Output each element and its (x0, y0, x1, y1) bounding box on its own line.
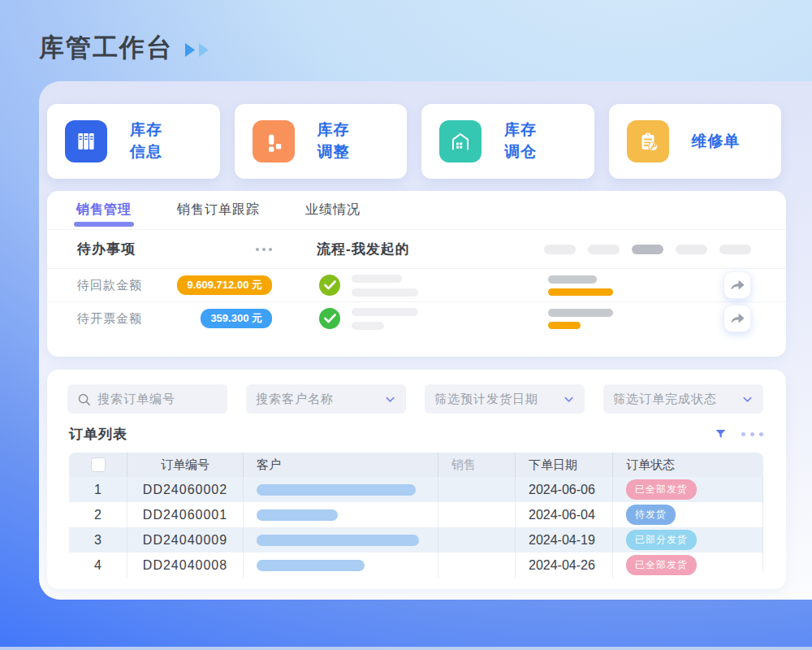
customer-skeleton-bar (257, 509, 338, 521)
sales-cell (438, 477, 516, 502)
warehouse-icon (439, 120, 482, 162)
order-no: DD24060001 (127, 502, 244, 527)
status-badge: 已全部发货 (626, 479, 697, 500)
row-index: 1 (69, 477, 127, 502)
skeleton-progress (548, 309, 629, 329)
chevron-down-icon (563, 393, 575, 405)
page-header: 库管工作台 (39, 31, 209, 65)
status-badge: 已全部发货 (626, 555, 697, 575)
more-icon[interactable] (741, 432, 763, 436)
col-order-date: 下单日期 (516, 453, 613, 477)
card-inventory-info[interactable]: 库存 信息 (47, 104, 220, 179)
skeleton-pill-bar (544, 245, 751, 254)
blocks-icon (253, 120, 295, 162)
customer-skeleton-bar (257, 535, 419, 546)
order-no: DD24040008 (127, 552, 244, 578)
table-header-row: 订单编号 客户 销售 下单日期 订单状态 (69, 453, 763, 477)
todo-header-row: 待办事项 流程-我发起的 (47, 230, 786, 268)
tab-performance[interactable]: 业绩情况 (305, 191, 361, 229)
funnel-icon[interactable] (715, 428, 727, 440)
process-title: 流程-我发起的 (317, 240, 410, 258)
table-row[interactable]: 2 DD24060001 2024-06-04 待发货 (69, 502, 763, 527)
skeleton-text (352, 308, 433, 330)
skeleton-progress (548, 275, 629, 296)
active-tab-underline (74, 222, 134, 227)
card-inventory-transfer[interactable]: 库存 调仓 (421, 104, 594, 179)
card-label: 库存 信息 (130, 119, 162, 162)
card-label: 维修单 (692, 131, 741, 153)
order-date: 2024-06-04 (516, 502, 613, 527)
select-all-checkbox[interactable] (91, 457, 106, 472)
tab-sales-order-tracking[interactable]: 销售订单跟踪 (177, 191, 260, 229)
check-circle-icon (319, 308, 340, 329)
todo-label: 待回款金额 (77, 278, 183, 293)
check-circle-icon (319, 275, 340, 296)
tab-sales-management[interactable]: 销售管理 (76, 191, 132, 229)
amount-badge: 359.300 元 (201, 309, 272, 328)
customer-skeleton-bar (257, 560, 365, 571)
share-button[interactable] (723, 271, 751, 299)
customer-skeleton-bar (257, 484, 416, 496)
order-no: DD24060002 (127, 477, 244, 502)
skeleton-text (352, 275, 433, 297)
col-order-no: 订单编号 (127, 453, 244, 477)
sales-cell (438, 502, 516, 527)
more-icon[interactable] (256, 248, 272, 251)
sales-cell (438, 527, 516, 552)
search-placeholder: 搜索订单编号 (97, 392, 218, 407)
card-label: 库存 调整 (317, 119, 350, 162)
workbench-page: 库管工作台 (0, 0, 812, 650)
table-row[interactable]: 1 DD24060002 2024-06-06 已全部发货 (69, 477, 763, 502)
search-icon (77, 392, 91, 406)
order-list-title: 订单列表 (69, 425, 127, 444)
row-index: 3 (69, 527, 127, 552)
order-date: 2024-06-06 (516, 477, 613, 502)
todo-row-invoice: 待开票金额 359.300 元 (47, 301, 786, 335)
todo-title: 待办事项 (77, 240, 136, 258)
sales-panel: 销售管理 销售订单跟踪 业绩情况 待办事项 流程-我发起的 (47, 191, 786, 357)
todo-label: 待开票金额 (77, 311, 183, 327)
orders-table: 订单编号 客户 销售 下单日期 订单状态 1 DD24060002 2024-0… (69, 453, 763, 578)
order-list-panel: 搜索订单编号 搜索客户名称 筛选预计发货日期 筛选订单完成状态 (47, 370, 786, 589)
table-row[interactable]: 4 DD24040008 2024-04-26 已全部发货 (69, 552, 763, 578)
bottom-edge-strip (0, 647, 812, 650)
order-status-dropdown[interactable]: 筛选订单完成状态 (603, 384, 763, 414)
chevron-down-icon (741, 393, 754, 405)
search-order-input[interactable]: 搜索订单编号 (67, 384, 227, 414)
double-play-icon (184, 42, 209, 58)
table-row[interactable]: 3 DD24040009 2024-04-19 已部分发货 (69, 527, 763, 552)
status-badge: 待发货 (626, 505, 676, 525)
page-title: 库管工作台 (39, 31, 173, 65)
card-label: 库存 调仓 (504, 119, 537, 162)
card-inventory-adjust[interactable]: 库存 调整 (235, 104, 408, 179)
tab-bar: 销售管理 销售订单跟踪 业绩情况 (47, 191, 786, 230)
order-date: 2024-04-19 (516, 527, 613, 552)
status-badge: 已部分发货 (626, 530, 697, 550)
workbench-container: 库存 信息 库存 调整 (39, 81, 812, 600)
sales-cell (438, 552, 516, 578)
library-books-icon (65, 120, 107, 162)
order-no: DD24040009 (127, 527, 244, 552)
col-order-status: 订单状态 (613, 453, 763, 477)
customer-name-dropdown[interactable]: 搜索客户名称 (246, 384, 406, 414)
todo-row-receivable: 待回款金额 9.609.712.00 元 (47, 268, 786, 301)
card-repair-order[interactable]: 维修单 (609, 104, 782, 179)
repair-order-icon (627, 120, 669, 162)
filter-bar: 搜索订单编号 搜索客户名称 筛选预计发货日期 筛选订单完成状态 (67, 384, 786, 414)
row-index: 2 (69, 502, 127, 527)
amount-badge: 9.609.712.00 元 (177, 275, 272, 295)
chevron-down-icon (384, 393, 396, 405)
order-date: 2024-04-26 (516, 552, 613, 578)
col-customer: 客户 (244, 453, 438, 477)
delivery-date-dropdown[interactable]: 筛选预计发货日期 (425, 384, 585, 414)
share-button[interactable] (723, 305, 751, 332)
order-list-header: 订单列表 (69, 425, 763, 444)
quick-cards-row: 库存 信息 库存 调整 (47, 104, 781, 179)
row-index: 4 (69, 552, 127, 578)
col-sales: 销售 (438, 453, 516, 477)
